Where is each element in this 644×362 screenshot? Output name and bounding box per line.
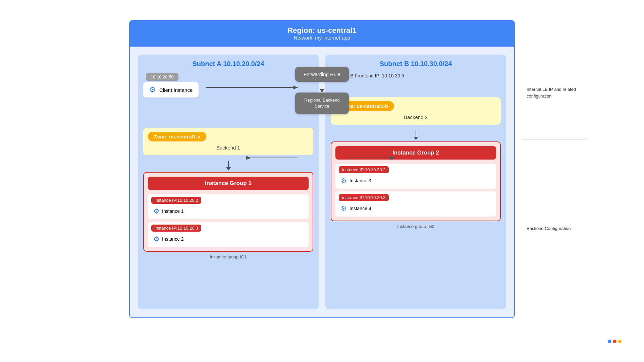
zone-b: Zone: us-central1-b Backend 2 (331, 97, 501, 125)
ig1: Instance Group 1 instance IP:10.10.20.2 … (143, 172, 313, 252)
subnet-a-title: Subnet A 10.10.20.0/24 (143, 60, 313, 68)
diagram-wrapper: Region: us-central1 Network: my-internet… (0, 0, 644, 362)
subnet-b: Subnet B 10.10.30.0/24 Internal LB Front… (325, 55, 506, 309)
instance3-label: Instance 3 (350, 178, 371, 183)
region-container: Region: us-central1 Network: my-internet… (129, 20, 515, 318)
ig2-title: Instance Group 2 (335, 146, 496, 160)
client-label: Client Instance (159, 87, 193, 93)
region-header: Region: us-central1 Network: my-internet… (129, 20, 515, 47)
internal-lb-ip: Internal LB Frontend IP: 10.10.30.5 (331, 73, 501, 78)
center-elements: Forwarding Rule Regional Backend Service (295, 67, 349, 114)
annot-panel: Internal LB IP and related configuration… (521, 47, 588, 317)
client-ip: 10.10.20.50 (146, 73, 178, 81)
svg-text:●●●: ●●● (607, 337, 622, 346)
regional-backend-box: Regional Backend Service (295, 93, 349, 114)
ig2: Instance Group 2 instance IP:10.10.30.2 … (331, 141, 501, 221)
client-area: 10.10.20.50 ⚙ Client Instance (143, 73, 313, 98)
instance4: instance IP:10.10.30.3 ⚙ Instance 4 (335, 191, 496, 217)
region-title: Region: us-central1 (135, 26, 509, 35)
ig1-label: Instance group IG1 (143, 254, 313, 259)
instance4-icon: ⚙ (341, 204, 347, 213)
instance2: instance IP:10.10.20.3 ⚙ Instance 2 (148, 222, 309, 247)
backend2: Backend 2 (335, 114, 496, 120)
zone-a-badge: Zone: us-central1-a (148, 132, 206, 141)
subnet-b-title: Subnet B 10.10.30.0/24 (331, 60, 501, 68)
subnet-a: Subnet A 10.10.20.0/24 10.10.20.50 ⚙ Cli… (138, 55, 319, 309)
instance3-icon: ⚙ (341, 177, 347, 185)
annot-bottom: Backend Configuration (521, 139, 588, 317)
instance4-ip: instance IP:10.10.30.3 (339, 194, 389, 201)
client-box: ⚙ Client Instance (143, 82, 199, 98)
backend1: Backend 1 (148, 145, 309, 150)
instance1-label: Instance 1 (162, 208, 184, 214)
ig2-label: Instance group IG2 (331, 224, 501, 229)
instance1: instance IP:10.10.20.2 ⚙ Instance 1 (148, 194, 309, 219)
instance2-icon: ⚙ (153, 235, 159, 243)
client-gear-icon: ⚙ (149, 85, 156, 94)
forwarding-rule-box: Forwarding Rule (295, 67, 349, 82)
gcloud-logo: ●●● (607, 337, 624, 352)
network-title: Network: my-internet-app (135, 35, 509, 41)
region-body: Subnet A 10.10.20.0/24 10.10.20.50 ⚙ Cli… (129, 47, 515, 318)
ig1-title: Instance Group 1 (148, 177, 309, 190)
instance1-icon: ⚙ (153, 207, 159, 215)
zone-a: Zone: us-central1-a Backend 1 (143, 128, 313, 155)
instance1-ip: instance IP:10.10.20.2 (151, 197, 201, 204)
instance4-label: Instance 4 (350, 206, 371, 211)
annot-top: Internal LB IP and related configuration (521, 47, 588, 139)
instance3-ip: instance IP:10.10.30.2 (339, 166, 389, 173)
instance2-ip: instance IP:10.10.20.3 (151, 225, 201, 232)
gcloud-logo-svg: ●●● (607, 337, 624, 351)
instance3: instance IP:10.10.30.2 ⚙ Instance 3 (335, 164, 496, 189)
instance2-label: Instance 2 (162, 236, 184, 242)
